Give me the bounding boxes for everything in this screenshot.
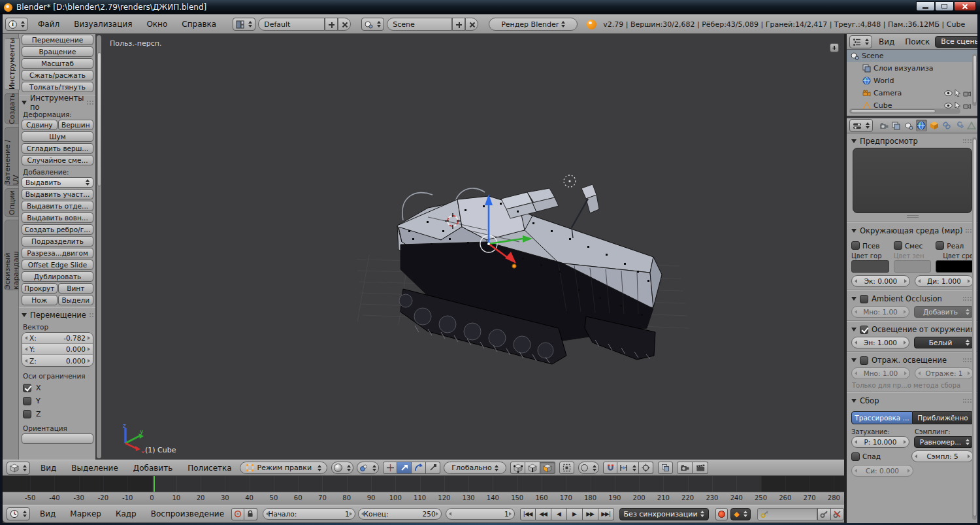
sync-mode-dropdown[interactable]: Без синхронизации [619,508,709,520]
proportional-edit-dropdown[interactable] [578,462,599,474]
scale-manipulator-button[interactable] [426,462,440,474]
visibility-eye-icon[interactable] [944,103,953,109]
jump-to-end-button[interactable]: ▶▶| [598,508,614,520]
gather-raytrace-toggle[interactable]: Трассировка ... [851,411,913,424]
extrude-individual-button[interactable]: Выдавить отде... [22,201,93,211]
push-pull-button[interactable]: Толкать/тянуть [22,82,93,92]
autokey-record-button[interactable] [231,508,244,520]
sample-method-dropdown[interactable]: Равномер... [914,436,973,448]
screw-button[interactable]: Винт [58,283,94,294]
env-lighting-checkbox[interactable] [860,326,868,334]
menu-search[interactable]: Поиск [900,37,935,46]
outliner-row-world[interactable]: World [847,75,977,87]
timeline-strip[interactable] [3,476,844,492]
visibility-eye-icon[interactable] [944,90,953,96]
ambient-color-swatch[interactable] [936,260,973,273]
noise-button[interactable]: Шум [22,131,93,142]
menu-view[interactable]: Вид [874,37,900,46]
snap-peel-object-button[interactable] [639,462,653,474]
indirect-lighting-panel-header[interactable]: Отраж. освещение [851,355,973,365]
jump-to-start-button[interactable]: |◀◀ [520,508,536,520]
preview-resize-grip[interactable] [907,215,919,218]
selectability-cursor-icon[interactable] [955,90,961,97]
prev-keyframe-button[interactable]: ◀◀ [536,508,551,520]
maximize-button[interactable] [935,1,954,11]
shrink-fatten-button[interactable]: Сжать/расжать [22,70,93,80]
menu-view[interactable]: Вид [33,464,63,473]
renderability-camera-icon[interactable] [963,103,971,109]
viewport-3d[interactable] [101,34,846,460]
toolshelf-scrollbar[interactable] [97,35,101,458]
current-frame-line[interactable] [154,476,155,492]
face-select-button[interactable] [540,462,555,474]
tab-scene[interactable] [904,120,915,131]
knife-button[interactable]: Нож [22,295,57,305]
scene-selector-icon-button[interactable] [361,18,384,31]
menu-playback[interactable]: Воспроизведение [144,509,231,518]
axis-z-checkbox[interactable] [23,410,31,418]
snap-element-dropdown[interactable] [617,462,639,474]
tab-render[interactable] [878,120,889,131]
editor-type-selector-3dview[interactable] [7,462,30,475]
menu-render[interactable]: Визуализация [67,20,139,29]
editor-type-selector-outliner[interactable] [849,35,872,48]
tab-constraints[interactable] [941,120,952,131]
axis-x-checkbox[interactable] [23,384,31,392]
randomize-button[interactable]: Случайное сме... [22,155,93,165]
play-button[interactable]: ▶ [567,508,583,520]
gather-approximate-toggle[interactable]: Приближённо [913,411,973,424]
vertex-select-button[interactable] [510,462,525,474]
play-reverse-button[interactable]: ◀ [551,508,567,520]
current-frame-field[interactable]: 1 [446,508,515,520]
scrollbar-thumb[interactable] [97,52,101,186]
ao-enable-checkbox[interactable] [860,295,868,303]
extrude-dropdown[interactable]: Выдавить [22,177,93,188]
tab-tools[interactable]: Инструменты [5,38,20,90]
add-layout-button[interactable] [325,18,338,31]
delete-scene-button[interactable] [465,18,478,31]
record-button[interactable] [715,508,728,520]
select-button[interactable]: Выдели [58,295,94,305]
translate-manipulator-button[interactable] [397,462,412,474]
translate-button[interactable]: Перемещение [22,35,93,45]
menu-window[interactable]: Окно [139,20,174,29]
offset-edge-slide-button[interactable]: Offset Edge Slide [22,260,93,270]
minimize-button[interactable] [916,1,935,11]
ao-panel-header[interactable]: Ambient Occlusion [851,294,973,304]
indirect-lighting-checkbox[interactable] [860,356,868,365]
keying-set-type-dropdown[interactable]: ◆ [730,508,750,520]
duplicate-button[interactable]: Дублировать [22,271,93,282]
samples-slider[interactable]: Сэмпл: 5 [911,450,973,462]
renderability-camera-icon[interactable] [963,90,971,97]
render-engine-dropdown[interactable]: Рендер Blender [489,18,578,31]
screen-layout-field[interactable]: Default [258,18,325,31]
translate-panel-header[interactable]: Перемещение [22,310,93,320]
mesh-tools-panel-header[interactable]: Инструменты по [22,97,93,108]
menu-frame[interactable]: Кадр [108,509,144,518]
opengl-render-image-button[interactable] [677,462,693,474]
viewport-shading-dropdown[interactable] [331,462,353,474]
vector-x-field[interactable]: X: -0.782 [22,333,93,344]
scrollbar-thumb[interactable] [973,139,977,517]
tab-object[interactable] [928,120,939,131]
horizon-color-swatch[interactable] [851,260,889,273]
world-panel-header[interactable]: Окружающая среда (мир) [851,226,973,236]
title-bar[interactable]: Blender* [D:\blender\2.79\renders\ДЖИП.b… [0,0,980,14]
tab-shading-uv[interactable]: Затенение / UV [5,127,19,186]
screen-layout-icon-button[interactable] [233,18,255,31]
transform-orientation-dropdown[interactable]: Глобально [444,462,506,474]
manipulator-toggle-button[interactable] [383,462,397,474]
rotate-manipulator-button[interactable] [412,462,426,474]
extrude-region-button[interactable]: Выдавить участ... [22,189,93,199]
menu-marker[interactable]: Маркер [63,509,108,518]
scrollbar-thumb[interactable] [851,109,936,113]
tab-data[interactable] [966,120,977,131]
edge-select-button[interactable] [525,462,540,474]
tab-grease-pencil[interactable]: Эскизный карандаш [5,220,19,290]
active-keying-set-field[interactable] [757,508,817,520]
add-scene-button[interactable] [452,18,465,31]
opengl-render-anim-button[interactable] [693,462,708,474]
tab-modifiers[interactable] [954,120,965,131]
properties-vscrollbar[interactable] [972,137,977,520]
vector-y-field[interactable]: Y: 0.000 [22,344,93,355]
